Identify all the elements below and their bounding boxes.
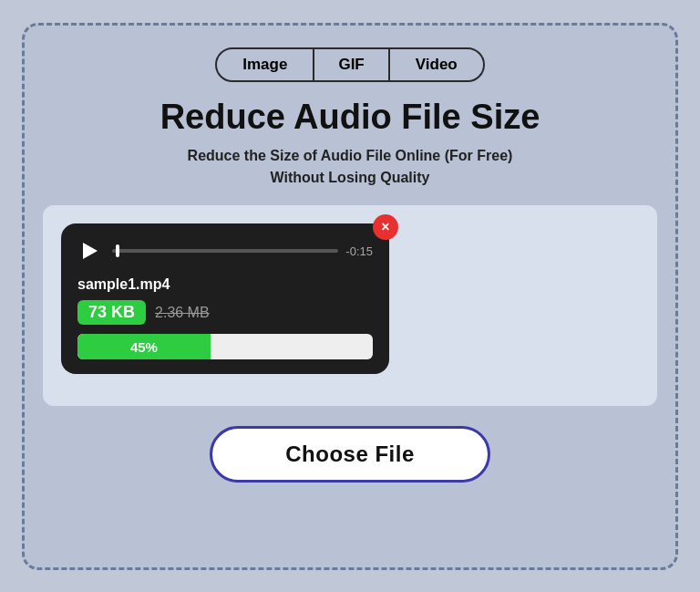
tab-bar: Image GIF Video [217,47,482,82]
subtitle: Reduce the Size of Audio File Online (Fo… [188,145,513,189]
audio-progress-container: -0:15 [112,244,373,258]
audio-time: -0:15 [345,244,373,258]
main-card: Image GIF Video Reduce Audio File Size R… [22,23,678,570]
close-button[interactable]: × [373,214,398,240]
audio-card: × -0:15 sample1.mp4 73 KB 2.36 MB [61,223,389,374]
tab-image[interactable]: Image [215,47,314,82]
size-old-text: 2.36 MB [155,305,210,321]
progress-label: 45% [130,339,158,355]
size-row: 73 KB 2.36 MB [77,300,373,325]
progress-bar: 45% [77,334,373,359]
page-title: Reduce Audio File Size [160,99,540,137]
play-button[interactable] [77,238,103,264]
choose-file-button[interactable]: Choose File [210,426,490,483]
file-name: sample1.mp4 [77,276,373,293]
upload-area: × -0:15 sample1.mp4 73 KB 2.36 MB [43,205,657,406]
audio-thumb [116,244,119,257]
audio-player-row: -0:15 [77,238,373,264]
play-icon [83,243,98,259]
tab-video[interactable]: Video [388,47,485,82]
progress-bar-fill: 45% [77,334,211,359]
size-new-badge: 73 KB [77,300,146,325]
audio-track[interactable] [112,249,338,253]
tab-gif[interactable]: GIF [311,47,391,82]
